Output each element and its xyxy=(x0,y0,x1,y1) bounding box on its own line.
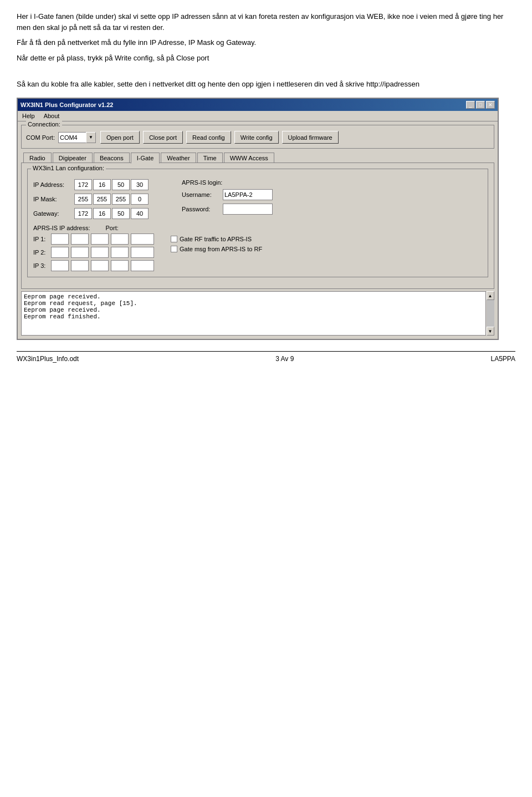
aprs-ip1-f1[interactable] xyxy=(51,233,69,245)
scrollbar[interactable]: ▲ ▼ xyxy=(485,291,494,336)
ip-mask-row: IP Mask: xyxy=(33,194,149,205)
tab-beacons[interactable]: Beacons xyxy=(94,153,130,164)
aprs-ip1-f3[interactable] xyxy=(91,233,109,245)
tab-www-access[interactable]: WWW Access xyxy=(224,153,274,164)
com-port-input[interactable]: COM4 xyxy=(58,132,86,143)
gate-msg-checkbox[interactable] xyxy=(171,246,177,252)
maximize-button[interactable]: □ xyxy=(476,101,485,109)
aprs-ip3-row: IP 3: xyxy=(33,260,154,271)
titlebar-buttons: _ □ ✕ xyxy=(466,101,495,109)
close-port-button[interactable]: Close port xyxy=(143,131,183,144)
dialog-title: WX3IN1 Plus Configurator v1.22 xyxy=(21,101,113,108)
footer-page: 3 Av 9 xyxy=(275,355,294,363)
connection-row: COM Port: COM4 ▼ Open port Close port Re… xyxy=(26,129,489,144)
log-line-3: Eeprom page received. xyxy=(24,307,484,313)
password-row: Password: xyxy=(182,204,273,215)
ip-address-field-2[interactable] xyxy=(93,179,111,190)
aprs-ip1-f2[interactable] xyxy=(71,233,89,245)
gate-msg-row: Gate msg from APRS-IS to RF xyxy=(171,246,262,252)
write-config-button[interactable]: Write config xyxy=(234,131,279,144)
aprs-ip1-f4[interactable] xyxy=(111,233,129,245)
gate-rf-row: Gate RF traffic to APRS-IS xyxy=(171,236,262,242)
tab-time[interactable]: Time xyxy=(197,153,223,164)
ip-mask-field-2[interactable] xyxy=(93,194,111,205)
read-config-button[interactable]: Read config xyxy=(186,131,231,144)
gateway-field-3[interactable] xyxy=(112,208,130,219)
igate-lan-group: WX3in1 Lan configuration: IP Address: xyxy=(27,169,488,277)
aprs-ip1-label: IP 1: xyxy=(33,236,49,242)
paragraph-1: Her i I-Gate fanen (bilde under) skal vi… xyxy=(17,11,515,33)
scroll-up-button[interactable]: ▲ xyxy=(487,291,494,300)
password-field[interactable] xyxy=(223,204,273,215)
ip-mask-label: IP Mask: xyxy=(33,196,72,202)
aprs-ip1-row: IP 1: xyxy=(33,233,154,245)
aprs-ip3-port[interactable] xyxy=(131,260,154,271)
password-label: Password: xyxy=(182,206,221,212)
tab-weather[interactable]: Weather xyxy=(161,153,196,164)
gateway-field-2[interactable] xyxy=(93,208,111,219)
ip-address-field-3[interactable] xyxy=(112,179,130,190)
aprs-ip2-f1[interactable] xyxy=(51,247,69,258)
ip-address-label: IP Address: xyxy=(33,181,72,188)
open-port-button[interactable]: Open port xyxy=(100,131,140,144)
connection-group: Connection: COM Port: COM4 ▼ Open port C… xyxy=(21,125,494,149)
tab-igate[interactable]: I-Gate xyxy=(131,153,160,164)
scroll-down-button[interactable]: ▼ xyxy=(487,327,494,336)
aprs-ip-label: APRS-IS IP address: xyxy=(33,225,90,231)
username-field[interactable] xyxy=(223,189,273,200)
aprs-checkboxes: Gate RF traffic to APRS-IS Gate msg from… xyxy=(171,236,262,271)
page-footer: WX3in1Plus_Info.odt 3 Av 9 LA5PPA xyxy=(17,351,515,363)
menu-help[interactable]: Help xyxy=(20,112,37,120)
username-row: Username: xyxy=(182,189,273,200)
tabs-container: Radio Digipeater Beacons I-Gate Weather … xyxy=(21,152,494,163)
username-label: Username: xyxy=(182,191,221,198)
aprs-ip2-f2[interactable] xyxy=(71,247,89,258)
gate-rf-label: Gate RF traffic to APRS-IS xyxy=(180,236,252,242)
ip-mask-fields xyxy=(74,194,149,205)
close-button[interactable]: ✕ xyxy=(486,101,495,109)
tab-content-igate: WX3in1 Lan configuration: IP Address: xyxy=(21,163,494,289)
aprs-ip3-f4[interactable] xyxy=(111,260,129,271)
aprs-ip2-label: IP 2: xyxy=(33,249,49,256)
ip-mask-field-1[interactable] xyxy=(74,194,92,205)
gateway-field-1[interactable] xyxy=(74,208,92,219)
ip-mask-field-3[interactable] xyxy=(112,194,130,205)
ip-address-field-1[interactable] xyxy=(74,179,92,190)
tab-digipeater[interactable]: Digipeater xyxy=(53,153,93,164)
igate-right-panel: APRS-IS login: Username: Password: xyxy=(182,179,273,219)
ip-address-field-4[interactable] xyxy=(131,179,149,190)
gateway-fields xyxy=(74,208,149,219)
aprs-ip1-port[interactable] xyxy=(131,233,154,245)
status-log-container: Eeprom page received. Eeprom read reques… xyxy=(21,291,494,336)
aprs-ip3-f2[interactable] xyxy=(71,260,89,271)
paragraph-2: Får å få den på nettverket må du fylle i… xyxy=(17,37,515,48)
scroll-track xyxy=(487,300,494,327)
com-port-combo[interactable]: COM4 ▼ xyxy=(58,132,97,143)
footer-author: LA5PPA xyxy=(491,355,515,363)
aprs-ip3-f1[interactable] xyxy=(51,260,69,271)
aprs-ip-panel: APRS-IS IP address: Port: IP 1: xyxy=(33,225,154,271)
gateway-field-4[interactable] xyxy=(131,208,149,219)
footer-filename: WX3in1Plus_Info.odt xyxy=(17,355,79,363)
aprs-ip3-f3[interactable] xyxy=(91,260,109,271)
upload-firmware-button[interactable]: Upload firmware xyxy=(282,131,339,144)
tab-radio[interactable]: Radio xyxy=(23,153,52,164)
ip-mask-field-4[interactable] xyxy=(131,194,149,205)
paragraph-4: Så kan du koble fra alle kabler, sette d… xyxy=(17,79,515,90)
minimize-button[interactable]: _ xyxy=(466,101,475,109)
menu-about[interactable]: About xyxy=(42,112,62,120)
aprs-ip2-f3[interactable] xyxy=(91,247,109,258)
aprs-ip2-port[interactable] xyxy=(131,247,154,258)
aprs-ip2-f4[interactable] xyxy=(111,247,129,258)
titlebar: WX3IN1 Plus Configurator v1.22 _ □ ✕ xyxy=(18,99,498,111)
ip-address-row: IP Address: xyxy=(33,179,149,190)
paragraph-3: Når dette er på plass, trykk på Write co… xyxy=(17,53,515,64)
dialog-content: Connection: COM Port: COM4 ▼ Open port C… xyxy=(18,121,498,339)
connection-group-label: Connection: xyxy=(26,121,62,128)
com-port-arrow[interactable]: ▼ xyxy=(86,132,96,143)
igate-left-panel: IP Address: IP Mask: xyxy=(33,179,149,219)
log-line-2: Eeprom read request, page [15]. xyxy=(24,300,484,307)
status-log: Eeprom page received. Eeprom read reques… xyxy=(21,291,494,336)
aprs-ip3-label: IP 3: xyxy=(33,262,49,269)
gate-rf-checkbox[interactable] xyxy=(171,236,177,242)
